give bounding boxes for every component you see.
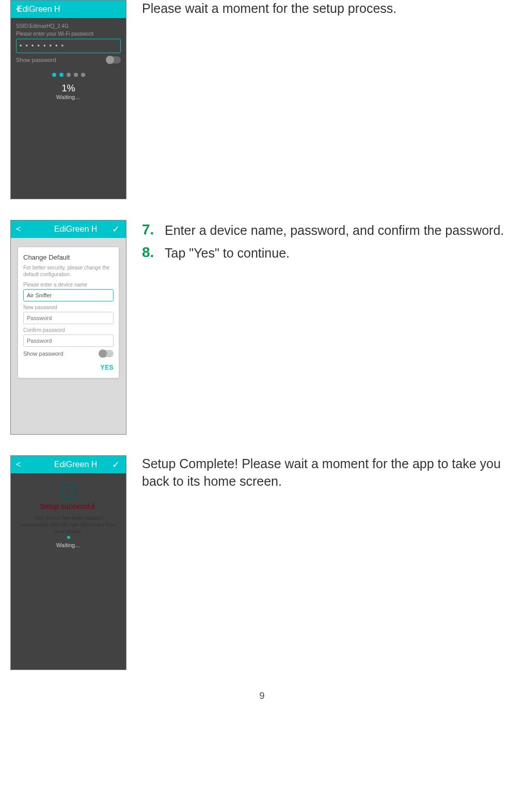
check-icon[interactable]: ✓: [112, 459, 120, 470]
step-7-text: Enter a device name, password, and confi…: [165, 220, 504, 240]
app-title: EdiGreen H: [54, 225, 98, 233]
new-password-input[interactable]: [23, 312, 114, 324]
spinner-dot: [67, 536, 70, 539]
password-hint: Please enter your Wi-Fi password: [16, 31, 121, 37]
screen-body: ⌂ Setup successful. Your device has been…: [11, 473, 126, 670]
success-body: Your device has been installed successfu…: [16, 515, 121, 535]
caption-column: Setup Complete! Please wait a moment for…: [126, 455, 514, 490]
new-password-label: New password: [23, 305, 114, 310]
back-icon[interactable]: <: [16, 5, 21, 14]
progress-status: Waiting…: [16, 94, 121, 100]
confirm-password-input[interactable]: [23, 335, 114, 347]
app-header: < EdiGreen H: [11, 1, 126, 18]
spinner-row: [16, 536, 121, 539]
screenshot-setup-successful: < EdiGreen H ✓ ⌂ Setup successful. Your …: [10, 455, 126, 670]
show-password-toggle[interactable]: [106, 56, 121, 63]
screen-body: SSID:EdimaxHQ_2.4G Please enter your Wi-…: [11, 18, 126, 199]
screenshot-change-default: < EdiGreen H ✓ Change Default For better…: [10, 220, 126, 435]
show-password-toggle-row: Show password: [16, 56, 121, 63]
caption-column: Please wait a moment for the setup proce…: [126, 0, 396, 18]
screenshot-setup-progress: < EdiGreen H SSID:EdimaxHQ_2.4G Please e…: [10, 0, 126, 199]
card-title: Change Default: [23, 253, 114, 261]
show-password-label: Show password: [23, 351, 63, 357]
step-7: 7. Enter a device name, password, and co…: [142, 220, 504, 240]
step-7-number: 7.: [142, 220, 165, 240]
show-password-label: Show password: [16, 57, 56, 63]
show-password-toggle-row: Show password: [23, 350, 114, 357]
success-title: Setup successful.: [16, 502, 121, 511]
yes-button-row: YES: [23, 362, 114, 372]
app-header: < EdiGreen H ✓: [11, 456, 126, 473]
change-default-card: Change Default For better security, plea…: [18, 247, 119, 378]
success-icon: ⌂: [61, 485, 76, 499]
page-number: 9: [10, 691, 514, 702]
steps-column: 7. Enter a device name, password, and co…: [126, 220, 504, 265]
progress-percent: 1%: [16, 83, 121, 94]
waiting-label: Waiting…: [16, 542, 121, 548]
section-change-default: < EdiGreen H ✓ Change Default For better…: [10, 220, 514, 435]
step-8: 8. Tap "Yes" to continue.: [142, 243, 504, 262]
caption-setup-complete: Setup Complete! Please wait a moment for…: [142, 455, 514, 490]
confirm-password-label: Confirm password: [23, 327, 114, 333]
wifi-password-input[interactable]: • • • • • • • •: [16, 39, 121, 53]
app-header: < EdiGreen H ✓: [11, 220, 126, 238]
section-setup-complete: < EdiGreen H ✓ ⌂ Setup successful. Your …: [10, 455, 514, 670]
show-password-toggle[interactable]: [99, 350, 114, 357]
step-8-number: 8.: [142, 243, 165, 262]
ssid-label: SSID:EdimaxHQ_2.4G: [16, 23, 121, 29]
check-icon[interactable]: ✓: [112, 224, 120, 235]
section-setup-wait: < EdiGreen H SSID:EdimaxHQ_2.4G Please e…: [10, 0, 514, 199]
progress-dots: [16, 70, 121, 79]
screen-body: Change Default For better security, plea…: [11, 238, 126, 434]
device-name-input[interactable]: [23, 289, 114, 301]
yes-button[interactable]: YES: [100, 364, 114, 371]
device-name-label: Please enter a device name: [23, 282, 114, 288]
step-8-text: Tap "Yes" to continue.: [165, 243, 290, 262]
app-title: EdiGreen H: [17, 5, 60, 13]
app-title: EdiGreen H: [54, 460, 98, 469]
back-icon[interactable]: <: [16, 460, 21, 469]
progress-overlay: 1% Waiting…: [16, 70, 121, 100]
caption-setup-wait: Please wait a moment for the setup proce…: [142, 0, 396, 18]
back-icon[interactable]: <: [16, 225, 21, 234]
card-subtitle: For better security, please change the d…: [23, 264, 114, 278]
